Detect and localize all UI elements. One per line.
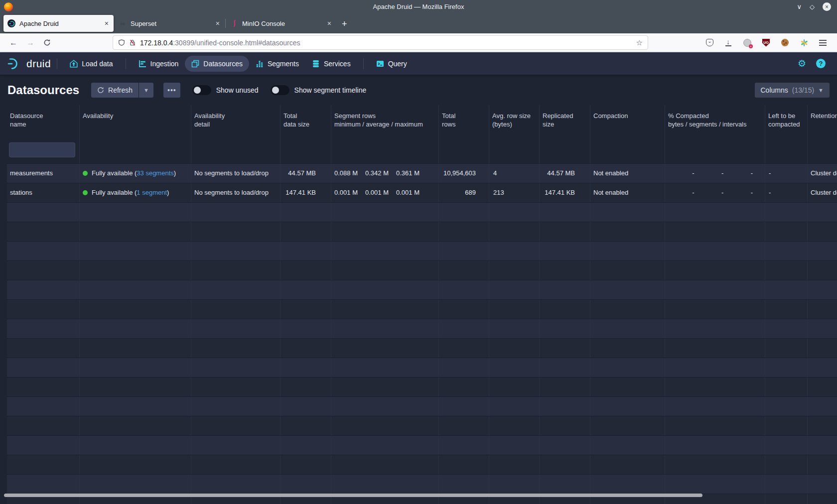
empty-table-row <box>7 261 837 280</box>
empty-table-row <box>7 397 837 416</box>
extension-icon[interactable]: × <box>743 38 751 47</box>
available-dot-icon <box>83 190 88 195</box>
menu-icon[interactable] <box>819 38 827 47</box>
horizontal-scrollbar[interactable] <box>4 494 702 497</box>
columns-button[interactable]: Columns (13/15) ▼ <box>755 83 830 98</box>
empty-table-row <box>7 203 837 222</box>
col-header-left-to-be-compacted[interactable]: Left to becompacted <box>765 105 808 136</box>
back-icon[interactable]: ← <box>9 38 17 47</box>
extension-asterisk-icon[interactable] <box>800 38 808 47</box>
show-segment-timeline-toggle[interactable] <box>271 85 289 95</box>
tab-label: Superset <box>131 20 215 27</box>
url-bar[interactable]: 172.18.0.4:30899/unified-console.html#da… <box>113 35 648 50</box>
nav-item-ingestion[interactable]: Ingestion <box>132 56 185 72</box>
availability-detail-cell: No segments to load/drop <box>191 164 280 183</box>
availability-cell: Fully available (1 segment) <box>80 183 191 202</box>
minimize-button[interactable]: ∨ <box>797 3 802 10</box>
minio-favicon-icon <box>230 19 238 27</box>
left-to-be-compacted-cell: - <box>765 164 808 183</box>
col-header-retention[interactable]: Retention <box>808 105 837 136</box>
download-icon[interactable]: ↓ <box>724 38 732 47</box>
datasource-name-filter-input[interactable] <box>9 142 75 157</box>
more-actions-button[interactable]: ••• <box>163 83 180 98</box>
nav-item-segments[interactable]: Segments <box>249 56 305 72</box>
tab-label: MinIO Console <box>242 20 326 27</box>
col-header-compaction[interactable]: Compaction <box>590 105 665 136</box>
browser-toolbar: ← → 172.18.0.4:30899/unified-console.htm… <box>0 33 837 52</box>
empty-table-row <box>7 300 837 319</box>
table-row-measurements[interactable]: measurements Fully available (33 segment… <box>7 164 837 183</box>
datasource-name-cell: stations <box>7 183 80 202</box>
total-rows-cell: 689 <box>439 183 489 202</box>
nav-label: Ingestion <box>150 60 179 68</box>
tab-minio-console[interactable]: MinIO Console × <box>226 15 336 32</box>
col-header-datasource-name[interactable]: Datasourcename <box>7 105 80 136</box>
url-path: :30899/unified-console.html#datasources <box>173 39 300 47</box>
col-header-availability[interactable]: Availability <box>80 105 191 136</box>
druid-logo-icon <box>7 57 22 70</box>
tab-superset[interactable]: ∞ Superset × <box>115 15 225 32</box>
pct-compacted-cell: --- <box>665 183 765 202</box>
help-icon[interactable]: ? <box>816 59 826 68</box>
divider <box>126 58 126 69</box>
nav-item-datasources[interactable]: Datasources <box>185 56 249 72</box>
page-header: Datasources Refresh ▼ ••• Show unused Sh… <box>0 75 837 105</box>
maximize-button[interactable]: ◇ <box>810 3 815 10</box>
nav-label: Datasources <box>203 60 243 68</box>
tab-apache-druid[interactable]: Apache Druid × <box>3 15 114 32</box>
divider <box>363 58 364 69</box>
ublock-icon[interactable]: UO <box>762 38 770 47</box>
settings-gear-icon[interactable]: ⚙ <box>798 58 806 69</box>
ingestion-icon <box>139 60 146 68</box>
cookie-icon[interactable] <box>781 38 789 47</box>
druid-logo[interactable]: druid <box>7 57 51 70</box>
empty-table-row <box>7 358 837 378</box>
table-header-row: Datasourcename Availability Availability… <box>7 105 837 136</box>
show-unused-toggle[interactable] <box>192 85 211 95</box>
table-filter-row <box>7 136 837 164</box>
show-segment-timeline-toggle-group: Show segment timeline <box>271 85 367 95</box>
druid-navbar: druid Load data Ingestion Datasources Se <box>0 52 837 75</box>
empty-table-row <box>7 339 837 358</box>
reload-icon[interactable] <box>43 39 51 46</box>
table-row-stations[interactable]: stations Fully available (1 segment) No … <box>7 183 837 203</box>
col-header-pct-compacted[interactable]: % Compactedbytes / segments / intervals <box>665 105 765 136</box>
druid-favicon-icon <box>7 19 15 27</box>
close-button[interactable]: × <box>823 2 831 11</box>
retention-cell: Cluster default <box>808 183 837 202</box>
tab-separator <box>225 19 226 28</box>
segments-link[interactable]: 33 segments <box>137 169 173 177</box>
tab-close-icon[interactable]: × <box>326 19 332 27</box>
segments-link[interactable]: 1 segment <box>137 189 167 196</box>
nav-item-query[interactable]: Query <box>370 56 414 72</box>
tab-close-icon[interactable]: × <box>104 19 110 27</box>
empty-table-row <box>7 319 837 339</box>
forward-icon[interactable]: → <box>26 38 34 47</box>
show-unused-toggle-group: Show unused <box>192 85 259 95</box>
query-icon <box>376 60 384 68</box>
window-title: Apache Druid — Mozilla Firefox <box>0 3 837 10</box>
nav-item-services[interactable]: Services <box>305 56 357 72</box>
col-header-segment-rows[interactable]: Segment rowsminimum / average / maximum <box>331 105 439 136</box>
new-tab-button[interactable]: + <box>342 19 347 29</box>
refresh-button[interactable]: Refresh <box>91 83 139 98</box>
col-header-avg-row-size[interactable]: Avg. row size(bytes) <box>489 105 540 136</box>
bookmark-star-icon[interactable]: ☆ <box>636 38 643 47</box>
col-header-total-rows[interactable]: Totalrows <box>439 105 489 136</box>
services-icon <box>312 60 320 68</box>
url-host: 172.18.0.4 <box>140 39 173 47</box>
avg-row-size-cell: 213 <box>489 183 540 202</box>
tab-close-icon[interactable]: × <box>215 19 221 27</box>
nav-item-load-data[interactable]: Load data <box>63 56 119 72</box>
nav-label: Load data <box>82 60 113 68</box>
pct-compacted-cell: --- <box>665 164 765 183</box>
col-header-availability-detail[interactable]: Availabilitydetail <box>191 105 280 136</box>
refresh-dropdown-button[interactable]: ▼ <box>139 83 153 98</box>
empty-table-row <box>7 280 837 300</box>
compaction-cell: Not enabled <box>590 164 665 183</box>
col-header-replicated-size[interactable]: Replicatedsize <box>540 105 590 136</box>
pocket-icon[interactable]: ⌄ <box>706 39 713 46</box>
left-to-be-compacted-cell: - <box>765 183 808 202</box>
load-data-icon <box>70 60 78 68</box>
col-header-total-data-size[interactable]: Totaldata size <box>280 105 331 136</box>
